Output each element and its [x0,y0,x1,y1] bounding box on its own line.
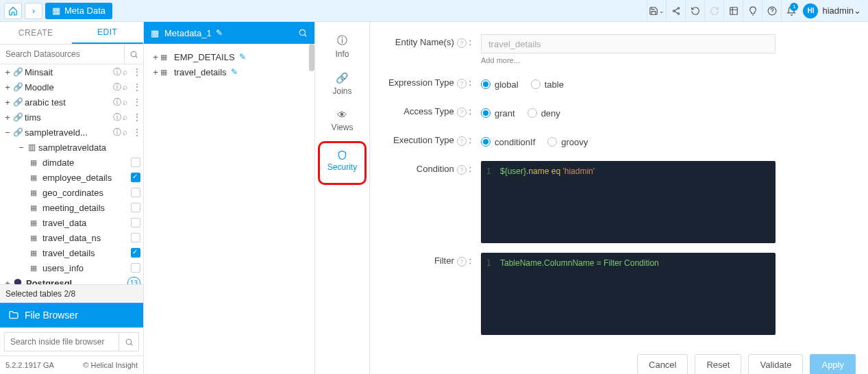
table-checkbox[interactable] [131,173,140,182]
table-row[interactable]: ▦travel_data_ns [0,230,143,245]
expand-icon[interactable]: + [3,67,12,77]
table-checkbox[interactable] [131,158,140,167]
notifications-button[interactable]: 1 [781,0,800,22]
nav-views[interactable]: 👁Views [315,104,369,137]
more-icon[interactable]: ⋮ [132,97,140,108]
collapse-icon[interactable]: − [16,142,26,153]
search-icon[interactable]: ⌕ [123,112,132,122]
search-icon[interactable] [119,332,139,351]
help-icon[interactable]: ? [457,108,467,117]
save-menu-button[interactable]: ⌄ [647,0,666,22]
help-icon[interactable]: ? [457,257,467,266]
metadata-item[interactable]: +▦EMP_DETAILS✎ [151,49,308,64]
datasource-search-input[interactable] [0,45,124,64]
ds-row[interactable]: +🔗Minsaitⓘ⌕⋮ [0,64,143,79]
scrollbar[interactable] [309,44,314,71]
radio-global[interactable]: global [481,79,519,90]
breadcrumb-next-button[interactable]: › [25,3,42,19]
table-checkbox[interactable] [131,233,140,242]
info-icon[interactable]: ⓘ [113,82,123,93]
add-more-link[interactable]: Add more... [481,56,520,64]
expand-icon[interactable]: + [3,97,12,108]
tab-create[interactable]: CREATE [0,22,72,44]
entity-name-input[interactable] [481,34,776,53]
more-icon[interactable]: ⋮ [132,127,140,138]
table-checkbox[interactable] [131,248,140,258]
expand-icon[interactable]: + [151,52,160,62]
table-row[interactable]: ▦geo_cordinates [0,185,143,200]
search-icon[interactable] [124,45,143,64]
collapse-icon[interactable]: − [3,127,12,138]
tab-edit[interactable]: EDIT [72,22,144,44]
expand-icon[interactable]: + [3,112,12,123]
nav-security[interactable]: Security [320,145,364,177]
table-row[interactable]: ▦employee_details [0,170,143,185]
search-icon[interactable]: ⌕ [123,127,132,137]
edit-icon[interactable]: ✎ [239,52,246,62]
apply-button[interactable]: Apply [810,354,856,374]
redo-button[interactable] [704,0,723,22]
edit-icon[interactable]: ✎ [231,67,238,77]
nav-info[interactable]: ⓘInfo [315,30,369,63]
radio-table[interactable]: table [531,79,564,90]
reset-button[interactable]: Reset [695,354,741,374]
table-checkbox[interactable] [131,263,140,273]
search-icon[interactable] [298,28,308,38]
selected-tables-label: Selected tables 2/8 [0,284,143,303]
table-checkbox[interactable] [131,203,140,212]
table-checkbox[interactable] [131,218,140,227]
help-icon[interactable]: ? [457,79,467,88]
table-row[interactable]: ▦users_info [0,260,143,275]
more-icon[interactable]: ⋮ [132,112,140,123]
file-browser-button[interactable]: File Browser [0,303,143,327]
more-icon[interactable]: ⋮ [132,66,140,77]
table-row[interactable]: ▦travel_data [0,215,143,230]
search-icon[interactable]: ⌕ [123,82,132,92]
breadcrumb-current[interactable]: ▦ Meta Data [45,3,112,19]
help-icon[interactable]: ? [457,165,467,175]
ds-row[interactable]: −🔗sampletraveld...ⓘ⌕⋮ [0,125,143,140]
radio-deny[interactable]: deny [528,108,560,119]
nav-joins[interactable]: 🔗Joins [315,67,369,100]
search-icon[interactable]: ⌕ [123,97,132,107]
expand-icon[interactable]: + [3,278,12,285]
file-browser-search-input[interactable] [4,332,119,351]
layout-button[interactable] [723,0,743,22]
bulb-button[interactable] [743,0,762,22]
filter-editor[interactable]: 1 TableName.ColumnName = Filter Conditio… [481,253,776,335]
undo-button[interactable] [685,0,704,22]
info-icon[interactable]: ⓘ [113,97,123,108]
ds-row[interactable]: +🔗arabic testⓘ⌕⋮ [0,95,143,110]
cancel-button[interactable]: Cancel [637,354,688,374]
info-icon[interactable]: ⓘ [113,112,123,123]
radio-groovy[interactable]: groovy [547,137,588,147]
home-button[interactable] [4,3,22,19]
search-icon[interactable]: ⌕ [123,67,132,77]
validate-button[interactable]: Validate [748,354,803,374]
info-icon[interactable]: ⓘ [113,127,123,138]
table-row[interactable]: ▦meeting_details [0,200,143,215]
table-checkbox[interactable] [131,188,140,197]
radio-conditionif[interactable]: conditionIf [481,137,535,147]
help-icon[interactable]: ? [457,136,467,146]
ds-row[interactable]: +🔗timsⓘ⌕⋮ [0,110,143,125]
schema-row[interactable]: −▥sampletraveldata [0,140,143,155]
help-icon[interactable]: ? [457,38,467,48]
table-row[interactable]: ▦travel_details [0,245,143,260]
help-button[interactable] [762,0,781,22]
condition-editor[interactable]: 1 ${user}.name eq 'hiadmin' [481,161,776,243]
edit-icon[interactable]: ✎ [216,28,223,38]
share-button[interactable] [666,0,685,22]
radio-grant[interactable]: grant [481,108,515,119]
ds-row[interactable]: +🔗Moodleⓘ⌕⋮ [0,79,143,95]
expand-icon[interactable]: + [151,67,160,77]
table-row[interactable]: ▦dimdate [0,155,143,170]
radio-icon [531,79,541,89]
table-icon: ▦ [30,264,40,273]
user-menu[interactable]: HI hiadmin⌄ [800,3,868,18]
db-row[interactable]: +Postgresql13 [0,275,143,284]
info-icon[interactable]: ⓘ [113,66,123,78]
expand-icon[interactable]: + [3,82,12,92]
metadata-item[interactable]: +▦travel_details✎ [151,64,308,79]
more-icon[interactable]: ⋮ [132,82,140,92]
